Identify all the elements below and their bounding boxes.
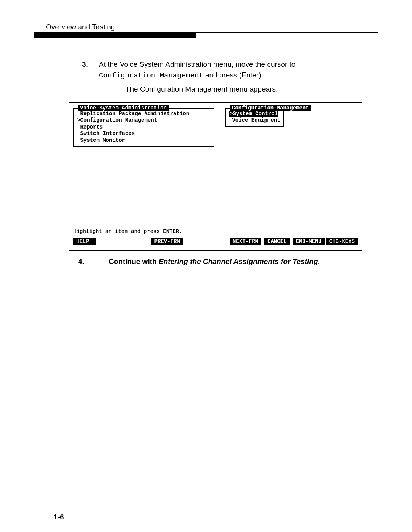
step-3-mono: Configuration Management: [99, 71, 203, 80]
step-4-number: 4.: [78, 257, 87, 266]
step-3-sub: — The Configuration Management menu appe…: [82, 84, 378, 95]
terminal-prompt: Highlight an item and press ENTER,: [73, 228, 358, 235]
voice-system-admin-title: Voice System Administration: [78, 105, 169, 112]
fkey-prev-frm[interactable]: PREV-FRM: [151, 238, 183, 246]
fkey-chg-keys[interactable]: CHG-KEYS: [326, 238, 358, 246]
menu-item-replication[interactable]: Replication Package Administration: [77, 111, 211, 117]
voice-system-admin-window: Voice System Administration Replication …: [73, 108, 214, 147]
menu-item-system-monitor[interactable]: System Monitor: [77, 137, 211, 144]
fkey-cancel[interactable]: CANCEL: [264, 238, 290, 246]
fkey-help[interactable]: HELP: [73, 238, 92, 246]
step-4-emph: Entering the Channel Assignments for Tes…: [159, 257, 320, 265]
step-3-line2b: and press (: [203, 71, 241, 79]
step-3: 3. At the Voice System Administration me…: [34, 59, 378, 95]
step-4-text: Continue with Entering the Channel Assig…: [109, 257, 320, 266]
step-4-lead: Continue with: [109, 257, 159, 265]
step-3-line1: At the Voice System Administration menu,…: [99, 60, 295, 68]
step-4: 4. Continue with Entering the Channel As…: [34, 257, 378, 266]
page-number: 1-6: [53, 513, 64, 521]
menu-item-voice-equipment[interactable]: Voice Equipment: [229, 117, 280, 124]
header-black-bar: [34, 33, 196, 38]
menu-item-config-mgmt[interactable]: >Configuration Management: [77, 117, 211, 124]
menu-item-switch-interfaces[interactable]: Switch Interfaces: [77, 130, 211, 137]
menu-item-system-control[interactable]: >System Control: [229, 111, 280, 117]
fkey-cmd-menu[interactable]: CMD-MENU: [293, 238, 325, 246]
step-3-line2c: ).: [259, 71, 263, 79]
fkey-row: HELP PREV-FRM NEXT-FRM CANCEL CMD-MENU C…: [73, 238, 358, 246]
menu-item-reports[interactable]: Reports: [77, 124, 211, 131]
fkey-blank-slot: [92, 238, 96, 245]
terminal-screenshot: Voice System Administration Replication …: [69, 102, 362, 251]
enter-key: Enter: [241, 71, 259, 79]
config-management-window: Configuration Management >System Control…: [225, 108, 284, 127]
fkey-next-frm[interactable]: NEXT-FRM: [230, 238, 261, 246]
running-head: Overview and Testing: [34, 23, 378, 31]
step-3-text: At the Voice System Administration menu,…: [99, 59, 295, 81]
config-management-title: Configuration Management: [230, 105, 311, 112]
step-3-number: 3.: [82, 59, 90, 70]
